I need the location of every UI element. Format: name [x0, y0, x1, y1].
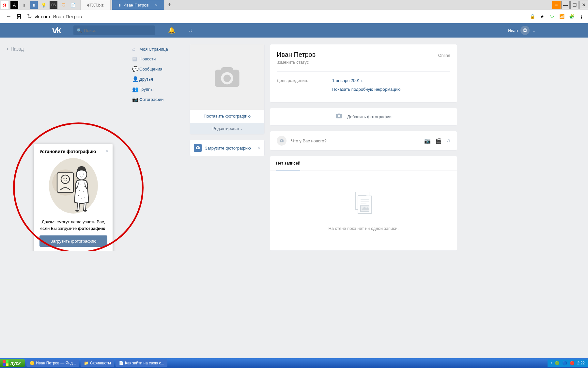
svg-point-6: [80, 174, 81, 175]
close-tab-icon[interactable]: ×: [155, 3, 158, 8]
sidebar-item-friends[interactable]: 👤Друзья: [131, 74, 184, 84]
popup-title: Установите фотографию: [39, 149, 107, 154]
tableau-icon[interactable]: Я: [1, 1, 8, 9]
svg-point-14: [85, 197, 85, 198]
set-photo-popup: × Установите фотографию: [34, 144, 113, 251]
sidebar-item-messages[interactable]: 💬Сообщения: [131, 64, 184, 74]
chevron-down-icon: ⌄: [532, 28, 536, 33]
edit-button[interactable]: Редактировать: [190, 123, 264, 134]
news-icon: ▤: [132, 56, 139, 62]
search-input[interactable]: [84, 28, 139, 33]
online-status: Online: [438, 53, 450, 58]
minimize-button[interactable]: —: [561, 1, 570, 9]
pinned-tab-user[interactable]: ◗: [20, 1, 28, 9]
profile-column: Поставить фотографию Редактировать Загру…: [190, 44, 265, 251]
whats-new-block: 📷 🎬 ♫: [270, 131, 457, 151]
search-box[interactable]: 🔍: [73, 25, 155, 35]
main-column: Online Иван Петров изменить статус День …: [270, 44, 457, 251]
avatar-placeholder: [277, 136, 286, 146]
attach-music-icon[interactable]: ♫: [446, 138, 450, 144]
pinned-tab-bulb[interactable]: 💡: [40, 1, 48, 9]
browser-tab-etxt[interactable]: eTXT.biz: [80, 0, 111, 10]
notifications-icon[interactable]: 🔔: [168, 27, 175, 34]
show-more-link[interactable]: Показать подробную информацию: [332, 87, 401, 92]
reload-button[interactable]: ↻: [24, 12, 35, 21]
camera-icon: [335, 113, 343, 121]
groups-icon: 👥: [132, 86, 139, 92]
wall-empty-text: На стене пока нет ни одной записи.: [270, 226, 457, 231]
yandex-icon[interactable]: Я: [14, 12, 24, 21]
close-window-button[interactable]: ✕: [580, 1, 588, 9]
sidebar-item-groups[interactable]: 👥Группы: [131, 84, 184, 94]
tab-bar: Я А ◗ в 💡 FB 🗨 📄 eTXT.biz в Иван Петров …: [0, 0, 588, 10]
friends-icon: 👤: [132, 76, 139, 82]
pinned-tab-doc[interactable]: 📄: [69, 1, 77, 9]
photo-placeholder: [190, 44, 264, 110]
user-menu[interactable]: Иван ⌄: [508, 26, 536, 35]
birthday-value[interactable]: 1 января 2001 г.: [332, 78, 364, 83]
svg-point-10: [84, 186, 85, 187]
upload-photo-button[interactable]: Загрузить фотографию: [39, 235, 107, 247]
new-tab-button[interactable]: +: [164, 2, 175, 8]
lock-icon[interactable]: 🔓: [529, 13, 536, 20]
sidebar-item-photos[interactable]: 📷Фотографии: [131, 94, 184, 104]
add-photos-block[interactable]: Добавить фотографии: [270, 108, 457, 126]
svg-point-3: [64, 178, 65, 179]
pinned-tab-a[interactable]: А: [10, 1, 18, 9]
music-icon[interactable]: ♫: [188, 27, 193, 34]
set-photo-link[interactable]: Поставить фотографию: [190, 110, 264, 122]
wall-block: Нет записей На стене пока нет ни одной з…: [270, 156, 457, 251]
attach-video-icon[interactable]: 🎬: [435, 138, 442, 144]
wall-empty-state: На стене пока нет ни одной записи.: [270, 170, 457, 250]
popup-text: Друзья смогут легко узнать Вас, если Вы …: [39, 219, 107, 232]
no-posts-tab[interactable]: Нет записей: [276, 161, 300, 170]
ext-icon-1[interactable]: 📶: [559, 13, 565, 20]
ext-icon-2[interactable]: 🧩: [568, 13, 575, 20]
svg-point-7: [83, 174, 84, 175]
empty-wall-icon: [352, 190, 375, 216]
search-icon: 🔍: [77, 28, 82, 33]
download-icon[interactable]: ⭳: [578, 13, 585, 20]
vk-logo[interactable]: vk: [52, 25, 60, 36]
upload-photo-link[interactable]: Загрузите фотографию: [205, 146, 251, 151]
camera-icon: [194, 144, 202, 152]
back-button[interactable]: ←: [3, 12, 14, 21]
popup-illustration: [49, 158, 98, 214]
close-icon[interactable]: ×: [257, 145, 260, 151]
maximize-button[interactable]: ☐: [570, 1, 579, 9]
sidebar-item-news[interactable]: ▤Новости: [131, 54, 184, 64]
svg-point-4: [66, 178, 67, 179]
svg-point-16: [75, 210, 79, 212]
svg-point-15: [81, 199, 82, 199]
star-icon[interactable]: ★: [539, 13, 546, 20]
address-bar: ← Я ↻ vk.com Иван Петров 🔓 ★ 🛡 📶 🧩 ⭳: [0, 10, 588, 23]
vk-header: vk 🔍 🔔 ♫ Иван ⌄: [0, 23, 588, 38]
pinned-tab-fb[interactable]: FB: [50, 1, 57, 9]
pinned-tab-chat[interactable]: 🗨: [59, 1, 67, 9]
whats-new-input[interactable]: [291, 138, 424, 143]
profile-name: Иван Петров: [277, 51, 450, 58]
browser-chrome: Я А ◗ в 💡 FB 🗨 📄 eTXT.biz в Иван Петров …: [0, 0, 588, 23]
url-box[interactable]: vk.com Иван Петров: [35, 14, 529, 19]
pinned-tab-vk[interactable]: в: [30, 1, 38, 9]
attach-photo-icon[interactable]: 📷: [424, 138, 431, 144]
back-link[interactable]: Назад: [7, 45, 24, 52]
vk-favicon: в: [119, 3, 121, 8]
birthday-label: День рождения:: [277, 78, 332, 83]
change-status-link[interactable]: изменить статус: [277, 60, 450, 65]
menu-button[interactable]: ≡: [552, 1, 561, 9]
browser-tab-active[interactable]: в Иван Петров ×: [112, 0, 165, 10]
adguard-icon[interactable]: 🛡: [549, 13, 555, 20]
photos-icon: 📷: [132, 96, 139, 103]
svg-point-9: [81, 184, 81, 185]
sidebar-item-my-page[interactable]: ⌂Моя Страница: [131, 44, 184, 54]
upload-photo-block: Загрузите фотографию ×: [190, 140, 265, 156]
svg-point-17: [83, 210, 87, 212]
home-icon: ⌂: [132, 46, 139, 52]
sidebar: ⌂Моя Страница ▤Новости 💬Сообщения 👤Друзь…: [131, 44, 184, 251]
profile-photo-block: Поставить фотографию Редактировать: [190, 44, 265, 135]
popup-close-button[interactable]: ×: [105, 148, 109, 154]
svg-point-11: [79, 190, 80, 191]
user-avatar: [520, 26, 530, 35]
svg-rect-1: [57, 173, 73, 192]
